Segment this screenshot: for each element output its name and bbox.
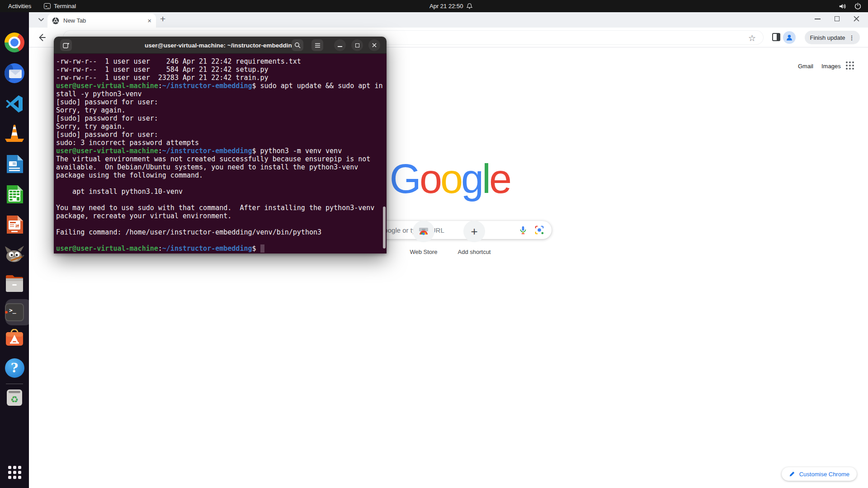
activities-label: Activities [8, 3, 31, 9]
terminal-line: -rw-rw-r-- 1 user user 23283 Apr 21 22:4… [56, 74, 387, 82]
bookmark-star-icon[interactable]: ☆ [748, 33, 756, 43]
terminal-titlebar[interactable]: user@user-virtual-machine: ~/instructor-… [54, 37, 387, 54]
google-apps-grid-icon[interactable] [846, 61, 854, 70]
dock: >_ ? ♻ [0, 12, 29, 488]
focused-app-menu[interactable]: >_ Terminal [44, 0, 76, 12]
focused-app-label: Terminal [54, 3, 76, 9]
tab-new-tab[interactable]: New Tab × [47, 14, 156, 28]
customise-chrome-button[interactable]: Customise Chrome [782, 467, 857, 481]
notification-bell-icon [466, 3, 473, 10]
tab-strip: New Tab × + [29, 12, 868, 28]
window-close-button[interactable] [854, 16, 859, 22]
top-bar: Activities >_ Terminal Apr 21 22:50 [0, 0, 868, 12]
terminal-minimize-button[interactable] [334, 39, 346, 51]
terminal-new-tab-button[interactable] [60, 39, 72, 51]
search-icon [294, 42, 301, 48]
terminal-line: user@user-virtual-machine:~/instructor-e… [56, 147, 387, 155]
gmail-link[interactable]: Gmail [798, 63, 813, 70]
desktop: Activities >_ Terminal Apr 21 22:50 [0, 0, 868, 488]
google-logo-letter: g [461, 156, 482, 202]
terminal-search-button[interactable] [292, 39, 303, 51]
shortcut-label: Add shortcut [449, 249, 500, 255]
google-lens-icon[interactable] [534, 225, 544, 235]
google-logo-letter: e [489, 156, 510, 202]
google-logo-letter: l [482, 156, 489, 202]
terminal-line: The virtual environment was not created … [56, 155, 387, 163]
terminal-line: stall -y python3-venv [56, 90, 387, 98]
terminal-line: user@user-virtual-machine:~/instructor-e… [56, 82, 387, 90]
close-icon [372, 43, 377, 47]
terminal-line: apt install python3.10-venv [56, 188, 387, 196]
terminal-line: user@user-virtual-machine:~/instructor-e… [56, 244, 387, 253]
terminal-app-icon: >_ [44, 3, 51, 9]
terminal-line: package, recreate your virtual environme… [56, 212, 387, 220]
window-maximize-button[interactable] [835, 16, 840, 21]
shortcut-label: Web Store [398, 249, 449, 255]
dock-libreoffice-writer-icon[interactable] [4, 154, 25, 174]
power-icon [854, 2, 862, 10]
terminal-line: [sudo] password for user: [56, 114, 387, 122]
dock-thunderbird-icon[interactable] [4, 63, 25, 84]
dock-vscode-icon[interactable] [4, 94, 25, 114]
terminal-line: [sudo] password for user: [56, 131, 387, 139]
back-icon[interactable] [37, 33, 46, 42]
terminal-output[interactable]: -rw-rw-r-- 1 user user 246 Apr 21 22:42 … [54, 54, 387, 253]
new-tab-button[interactable]: + [160, 14, 165, 24]
terminal-line [56, 236, 387, 244]
clock-menu[interactable]: Apr 21 22:50 [429, 0, 473, 12]
voice-search-icon[interactable] [518, 225, 528, 235]
dock-chrome-icon[interactable] [4, 32, 25, 53]
activities-button[interactable]: Activities [8, 0, 31, 12]
terminal-line [56, 220, 387, 228]
dock-trash-icon[interactable]: ♻ [4, 387, 25, 408]
pencil-icon [789, 471, 795, 477]
dock-help-icon[interactable]: ? [4, 357, 25, 378]
terminal-line [56, 179, 387, 188]
dock-app-grid-icon[interactable] [4, 462, 25, 483]
hamburger-icon [315, 43, 321, 48]
browser-menu-kebab-icon[interactable]: ⋮ [849, 34, 855, 41]
tab-close-icon[interactable]: × [147, 17, 151, 24]
dock-vlc-icon[interactable] [4, 123, 25, 144]
shortcut-web-store[interactable]: Web Store [398, 221, 449, 255]
google-logo-letter: o [420, 156, 440, 202]
dock-libreoffice-calc-icon[interactable] [4, 184, 25, 205]
dock-terminal-icon[interactable]: >_ [4, 302, 25, 323]
person-icon [786, 34, 793, 41]
side-panel-icon[interactable] [772, 33, 780, 41]
terminal-scrollbar[interactable] [383, 206, 386, 249]
terminal-running-indicator [5, 311, 8, 314]
tab-title: New Tab [63, 17, 143, 24]
dock-divider [6, 384, 23, 384]
tab-favicon-chrome-icon [52, 17, 59, 24]
dock-libreoffice-impress-icon[interactable] [4, 214, 25, 235]
terminal-line [56, 196, 387, 204]
plus-icon: + [471, 225, 477, 237]
terminal-line: -rw-rw-r-- 1 user user 246 Apr 21 22:42 … [56, 57, 387, 66]
terminal-close-button[interactable] [368, 39, 380, 51]
terminal-maximize-button[interactable] [351, 39, 363, 51]
dock-files-icon[interactable] [4, 273, 25, 294]
finish-update-button[interactable]: Finish update ⋮ [805, 31, 860, 44]
profile-avatar[interactable] [783, 31, 796, 44]
terminal-line: [sudo] password for user: [56, 98, 387, 106]
customise-chrome-label: Customise Chrome [799, 471, 849, 478]
images-link[interactable]: Images [821, 63, 841, 70]
terminal-menu-button[interactable] [311, 39, 323, 51]
terminal-window: user@user-virtual-machine: ~/instructor-… [54, 37, 387, 253]
shortcut-add[interactable]: + Add shortcut [449, 221, 500, 255]
terminal-line: sudo: 3 incorrect password attempts [56, 139, 387, 147]
volume-icon [839, 3, 847, 10]
terminal-line: Failing command: /home/user/instructor-e… [56, 228, 387, 236]
tab-search-chevron-icon[interactable] [38, 18, 44, 22]
dock-ubuntu-software-icon[interactable] [4, 328, 25, 349]
terminal-line: package using the following command. [56, 171, 387, 179]
dock-gimp-icon[interactable] [4, 244, 25, 265]
system-status-menu[interactable] [839, 0, 862, 12]
terminal-line: available. On Debian/Ubuntu systems, you… [56, 163, 387, 171]
finish-update-label: Finish update [810, 34, 845, 41]
clock-label: Apr 21 22:50 [429, 3, 463, 9]
window-minimize-button[interactable] [815, 19, 821, 19]
svg-text:♻: ♻ [10, 394, 19, 405]
terminal-line: -rw-rw-r-- 1 user user 584 Apr 21 22:42 … [56, 66, 387, 74]
